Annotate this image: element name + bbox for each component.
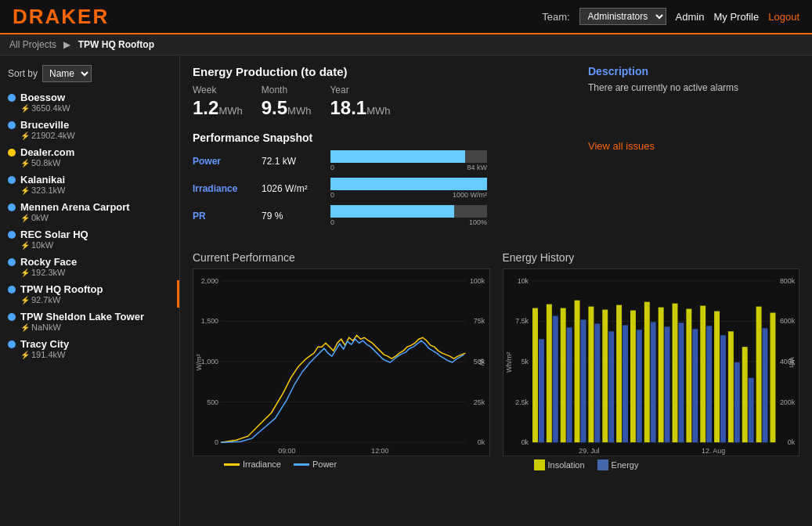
sort-select[interactable]: Name — [42, 65, 92, 82]
my-profile-link[interactable]: My Profile — [713, 11, 759, 23]
svg-rect-62 — [714, 312, 720, 443]
current-performance-chart: Current Performance 2,000 1,500 1,000 50… — [193, 251, 490, 470]
year-label: Year — [330, 85, 390, 95]
svg-text:5k: 5k — [521, 358, 529, 366]
svg-rect-55 — [664, 326, 669, 442]
month-value: 9.5 — [262, 97, 287, 118]
svg-text:09:00: 09:00 — [278, 447, 295, 455]
description-text: There are currently no active alarms — [588, 82, 799, 93]
svg-rect-60 — [700, 306, 706, 443]
current-performance-title: Current Performance — [193, 251, 490, 264]
energy-label: Energy — [612, 460, 639, 470]
project-dot — [8, 149, 16, 157]
svg-rect-70 — [770, 313, 775, 443]
project-name: REC Solar HQ — [20, 229, 88, 240]
energy-color — [597, 459, 608, 470]
perf-row-label: Power — [193, 156, 255, 167]
project-name: TPW HQ Rooftop — [20, 283, 103, 295]
svg-text:1,000: 1,000 — [201, 358, 218, 366]
svg-text:75k: 75k — [474, 317, 485, 325]
svg-rect-53 — [650, 322, 655, 442]
legend-insolation: Insolation — [534, 459, 585, 470]
svg-rect-57 — [678, 322, 684, 442]
svg-text:Wh/m²: Wh/m² — [505, 352, 513, 373]
perf-bar-bg — [330, 205, 487, 218]
svg-rect-68 — [756, 307, 761, 443]
project-kw: ⚡ 0kW — [8, 213, 171, 222]
project-dot — [8, 94, 16, 102]
svg-rect-69 — [762, 328, 767, 442]
svg-rect-54 — [658, 308, 663, 443]
project-item[interactable]: Kalanikai ⚡ 323.1kW — [0, 171, 179, 198]
legend-power: Power — [294, 459, 337, 469]
project-item[interactable]: REC Solar HQ ⚡ 10kW — [0, 225, 179, 253]
logout-link[interactable]: Logout — [768, 11, 799, 23]
perf-bar-wrapper: 0 84 kW — [330, 150, 487, 171]
svg-text:800k: 800k — [779, 277, 795, 285]
project-name: Tracy City — [20, 338, 69, 350]
svg-rect-56 — [672, 304, 677, 443]
charts-section: Current Performance 2,000 1,500 1,000 50… — [193, 251, 799, 470]
svg-rect-36 — [532, 308, 538, 443]
month-stat: Month 9.5MWh — [262, 85, 312, 119]
project-dot — [8, 313, 16, 321]
svg-rect-41 — [566, 327, 572, 442]
project-item[interactable]: Dealer.com ⚡ 50.8kW — [0, 143, 179, 171]
project-item[interactable]: Mennen Arena Carport ⚡ 0kW — [0, 198, 179, 225]
svg-rect-51 — [636, 330, 641, 442]
left-panel: Energy Production (to date) Week 1.2MWh … — [193, 65, 557, 239]
svg-text:Wh: Wh — [788, 357, 796, 367]
project-item[interactable]: Bruceville ⚡ 21902.4kW — [0, 116, 179, 143]
team-select[interactable]: Administrators — [579, 8, 666, 25]
perf-row: Power 72.1 kW 0 84 kW — [193, 150, 557, 171]
svg-text:25k: 25k — [474, 398, 485, 406]
svg-rect-43 — [580, 319, 586, 442]
svg-text:0k: 0k — [521, 438, 529, 446]
svg-text:0k: 0k — [787, 438, 795, 446]
perf-row-value: 1026 W/m² — [262, 183, 324, 194]
svg-text:29. Jul: 29. Jul — [579, 447, 599, 455]
svg-text:2.5k: 2.5k — [515, 398, 529, 406]
project-item[interactable]: Boessow ⚡ 3650.4kW — [0, 88, 179, 116]
project-name: Bruceville — [20, 119, 69, 131]
project-list: Boessow ⚡ 3650.4kW Bruceville ⚡ 21902.4k… — [0, 88, 179, 362]
week-stat: Week 1.2MWh — [193, 85, 243, 119]
perf-bar-min: 0 — [330, 218, 334, 226]
team-label: Team: — [542, 11, 569, 23]
breadcrumb: All Projects ▶ TPW HQ Rooftop — [0, 34, 812, 56]
perf-row: PR 79 % 0 100% — [193, 205, 557, 226]
week-value: 1.2 — [193, 97, 218, 118]
svg-rect-65 — [734, 362, 739, 442]
perf-bar-min: 0 — [330, 164, 334, 171]
svg-rect-52 — [644, 302, 649, 442]
perf-bar-bg — [330, 150, 487, 163]
svg-rect-59 — [692, 329, 698, 442]
svg-rect-47 — [608, 331, 614, 442]
year-stat: Year 18.1MWh — [330, 85, 390, 119]
project-item[interactable]: Tracy City ⚡ 191.4kW — [0, 335, 179, 362]
project-kw: ⚡ 50.8kW — [8, 158, 171, 168]
irradiance-color — [224, 463, 240, 466]
perf-bar-max: 1000 W/m² — [453, 191, 487, 199]
svg-text:500: 500 — [207, 398, 218, 406]
all-projects-link[interactable]: All Projects — [9, 39, 56, 50]
svg-text:1,500: 1,500 — [201, 317, 218, 325]
project-item[interactable]: TPW Sheldon Lake Tower ⚡ NaNkW — [0, 308, 179, 335]
current-performance-area: 2,000 1,500 1,000 500 0 100k 75k 50k 25k… — [193, 268, 490, 456]
svg-rect-49 — [623, 325, 628, 442]
perf-bar-fill — [330, 205, 454, 218]
svg-rect-67 — [748, 378, 753, 442]
view-issues-link[interactable]: View all issues — [588, 140, 799, 152]
week-unit: MWh — [218, 105, 242, 117]
svg-text:12. Aug: 12. Aug — [701, 447, 724, 455]
admin-link[interactable]: Admin — [676, 11, 705, 23]
perf-row-value: 79 % — [262, 211, 324, 222]
top-section: Energy Production (to date) Week 1.2MWh … — [193, 65, 799, 239]
project-name: Dealer.com — [20, 146, 74, 158]
project-item[interactable]: TPW HQ Rooftop ⚡ 92.7kW — [0, 280, 179, 308]
svg-rect-40 — [560, 308, 565, 443]
breadcrumb-current: TPW HQ Rooftop — [78, 39, 154, 50]
project-item[interactable]: Rocky Face ⚡ 192.3kW — [0, 253, 179, 280]
svg-rect-38 — [546, 304, 551, 443]
svg-text:12:00: 12:00 — [371, 447, 388, 455]
